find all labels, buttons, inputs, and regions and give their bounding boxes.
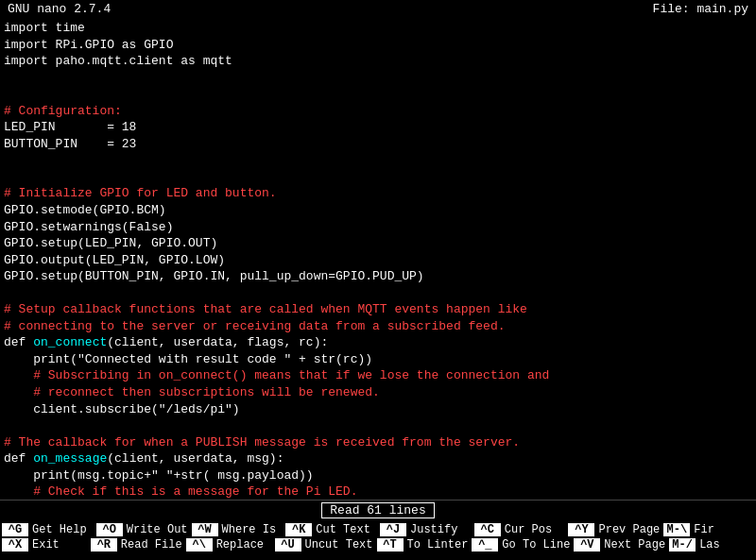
cmd-key-read-file: ^R	[91, 538, 117, 552]
cmd-label-justify: Justify	[410, 523, 457, 536]
cmd-key-go-to-line: ^_	[472, 538, 498, 552]
cmd-label-write-out: Write Out	[127, 523, 188, 536]
cmd-label-get-help: Get Help	[32, 523, 87, 536]
cmd-label-exit: Exit	[32, 538, 60, 552]
cmd-label-prev-page: Prev Page	[598, 523, 660, 536]
cmd-label-uncut-text: Uncut Text	[305, 538, 373, 552]
app-name: GNU nano 2.7.4	[8, 2, 111, 16]
cmd-label-next-page: Next Page	[604, 538, 665, 552]
cmd-key-write-out: ^O	[96, 523, 123, 536]
cmd-prev-page[interactable]: ^Y Prev Page	[566, 522, 662, 537]
bottom-bar: ^G Get Help ^O Write Out ^W Where Is ^K …	[0, 520, 756, 554]
cmd-label-to-linter: To Linter	[407, 538, 469, 552]
cmd-exit[interactable]: ^X Exit	[0, 537, 89, 552]
cmd-to-linter[interactable]: ^T To Linter	[375, 537, 471, 552]
cmd-key-to-linter: ^T	[377, 538, 404, 552]
cmd-key-cut-text: ^K	[285, 523, 312, 536]
cmd-label-go-to-line: Go To Line	[502, 538, 570, 552]
cmd-key-justify: ^J	[380, 523, 406, 536]
bottom-row-2: ^X Exit ^R Read File ^\ Replace ^U Uncut…	[0, 537, 756, 552]
cmd-key-where-is: ^W	[192, 523, 218, 536]
cmd-next-page[interactable]: ^V Next Page	[572, 537, 667, 552]
cmd-key-exit: ^X	[2, 538, 28, 552]
file-name: File: main.py	[653, 2, 748, 16]
cmd-key-next-page: ^V	[574, 538, 600, 552]
editor-area[interactable]: import time import RPi.GPIO as GPIO impo…	[0, 18, 756, 500]
cmd-label-cut-text: Cut Text	[316, 523, 370, 536]
cmd-label-replace: Replace	[216, 538, 264, 552]
status-box: Read 61 lines	[321, 502, 434, 518]
cmd-label-first-line: Fir	[694, 523, 714, 536]
cmd-key-uncut-text: ^U	[275, 538, 301, 552]
bottom-row-1: ^G Get Help ^O Write Out ^W Where Is ^K …	[0, 522, 756, 537]
cmd-key-last-line: M-/	[669, 538, 696, 552]
cmd-uncut-text[interactable]: ^U Uncut Text	[273, 537, 375, 552]
title-bar: GNU nano 2.7.4 File: main.py	[0, 0, 756, 18]
cmd-get-help[interactable]: ^G Get Help	[0, 522, 94, 537]
status-message: Read 61 lines	[330, 503, 425, 518]
cmd-key-first-line: M-\	[663, 523, 690, 536]
cmd-label-cur-pos: Cur Pos	[505, 523, 552, 536]
cmd-read-file[interactable]: ^R Read File	[89, 537, 184, 552]
cmd-key-replace: ^\	[186, 538, 213, 552]
cmd-cut-text[interactable]: ^K Cut Text	[284, 522, 378, 537]
cmd-go-to-line[interactable]: ^_ Go To Line	[470, 537, 572, 552]
cmd-label-read-file: Read File	[121, 538, 182, 552]
cmd-label-where-is: Where Is	[222, 523, 277, 536]
cmd-justify[interactable]: ^J Justify	[378, 522, 472, 537]
cmd-last-line[interactable]: M-/ Las	[667, 537, 756, 552]
cmd-cur-pos[interactable]: ^C Cur Pos	[472, 522, 567, 537]
cmd-where-is[interactable]: ^W Where Is	[190, 522, 284, 537]
cmd-label-last-line: Las	[699, 538, 720, 552]
cmd-replace[interactable]: ^\ Replace	[184, 537, 273, 552]
cmd-write-out[interactable]: ^O Write Out	[94, 522, 190, 537]
cmd-key-prev-page: ^Y	[568, 523, 594, 536]
cmd-key-cur-pos: ^C	[474, 523, 501, 536]
status-bar: Read 61 lines	[0, 500, 756, 520]
cmd-key-get-help: ^G	[2, 523, 28, 536]
cmd-first-line[interactable]: M-\ Fir	[662, 522, 756, 537]
